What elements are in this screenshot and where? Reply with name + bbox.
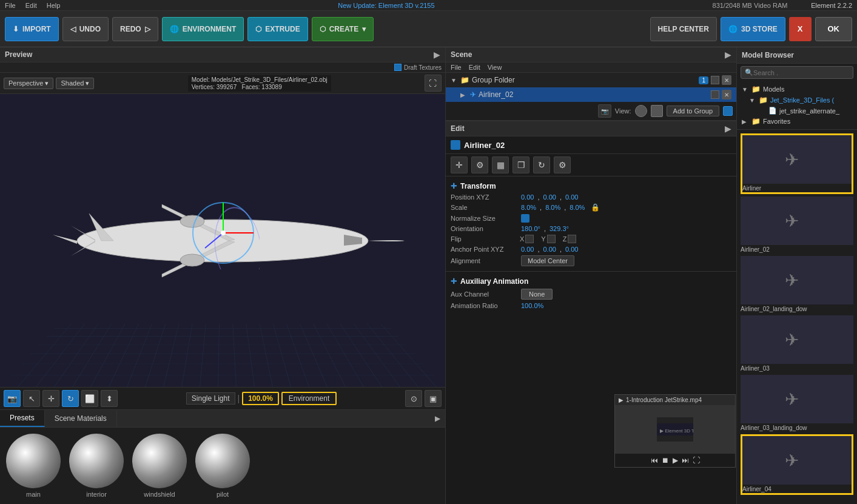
favorites-row[interactable]: ▶ 📁 Favorites <box>737 116 857 127</box>
normalize-checkbox[interactable] <box>521 214 529 223</box>
flip-y-checkbox[interactable] <box>547 235 556 243</box>
model-item-airliner03[interactable]: ✈ Airliner_03 <box>741 315 853 372</box>
group-close-icon[interactable]: ✕ <box>722 75 731 85</box>
airliner-close-icon[interactable]: ✕ <box>722 90 731 99</box>
jet-strike-row[interactable]: ▼ 📁 Jet_Strike_3D_Files ( <box>737 95 857 106</box>
fullscreen-button[interactable]: ⛶ <box>425 75 442 92</box>
edit-rotate-tool[interactable]: ↻ <box>533 156 550 173</box>
store-button[interactable]: 🌐 3D STORE <box>721 17 785 41</box>
edit-expand-icon[interactable]: ▶ <box>725 124 731 133</box>
scale-z[interactable]: 8.0% <box>570 204 585 211</box>
menu-edit[interactable]: Edit <box>25 2 37 9</box>
models-root-row[interactable]: ▼ 📁 Models <box>737 84 857 95</box>
ok-button[interactable]: OK <box>815 17 853 41</box>
select-button[interactable]: ↖ <box>23 390 40 407</box>
alignment-button[interactable]: Model Center <box>521 255 574 266</box>
airliner-visibility-icon[interactable] <box>711 90 719 99</box>
anchor-y[interactable]: 0.00 <box>543 246 556 253</box>
video-forward-button[interactable]: ⏭ <box>682 456 689 465</box>
render-button[interactable]: ▣ <box>425 390 442 407</box>
preset-pilot[interactable]: pilot <box>195 434 250 498</box>
add-to-group-button[interactable]: Add to Group <box>667 106 719 116</box>
rotate-button[interactable]: ↻ <box>62 390 79 407</box>
target-button[interactable]: ⊙ <box>405 390 422 407</box>
model-item-airliner[interactable]: ✈ Airliner <box>741 133 853 194</box>
extrude-button[interactable]: ⬡ EXTRUDE <box>247 17 308 41</box>
import-button[interactable]: ⬇ IMPORT <box>5 17 59 41</box>
scale-button[interactable]: ⬍ <box>101 390 118 407</box>
edit-position-tool[interactable]: ✛ <box>451 156 468 173</box>
box-button[interactable]: ⬜ <box>81 390 98 407</box>
draft-textures-checkbox[interactable] <box>394 64 402 71</box>
aux-channel-button[interactable]: None <box>521 289 553 300</box>
video-popup: ▶ 1-Introduction JetStrike.mp4 ▶ Element… <box>614 394 736 468</box>
scene-camera-button[interactable]: 📷 <box>598 104 611 118</box>
position-x[interactable]: 0.00 <box>521 193 534 201</box>
view-square-button[interactable] <box>651 105 663 117</box>
view-circle-button[interactable] <box>635 105 647 117</box>
presets-tab[interactable]: Presets <box>0 410 45 427</box>
position-row: Position XYZ 0.00 , 0.00 , 0.00 <box>451 192 731 202</box>
flip-x-checkbox[interactable] <box>525 235 534 243</box>
move-button[interactable]: ✛ <box>42 390 59 407</box>
edit-grid-tool[interactable]: ▦ <box>492 156 509 173</box>
scene-expand-icon[interactable]: ▶ <box>725 50 731 59</box>
model-item-airliner02[interactable]: ✈ Airliner_02 <box>741 197 853 254</box>
flip-z-checkbox[interactable] <box>568 235 576 243</box>
video-fullscreen-button[interactable]: ⛶ <box>693 456 700 465</box>
menu-help[interactable]: Help <box>47 2 61 9</box>
undo-button[interactable]: ◁ UNDO <box>62 17 109 41</box>
preset-interior[interactable]: interior <box>69 434 124 498</box>
zoom-percent[interactable]: 100.0% <box>242 392 279 405</box>
edit-settings-tool[interactable]: ⚙ <box>471 156 488 173</box>
scale-lock-icon[interactable]: 🔒 <box>591 203 600 212</box>
close-button[interactable]: X <box>789 17 812 41</box>
airliner-row[interactable]: ▶ ✈ Airliner_02 ✕ <box>446 87 736 102</box>
scene-edit-menu[interactable]: Edit <box>469 64 480 71</box>
create-button[interactable]: ⬡ CREATE ▾ <box>312 17 374 41</box>
shaded-dropdown[interactable]: Shaded ▾ <box>56 78 94 89</box>
environment-button[interactable]: 🌐 ENVIRONMENT <box>162 17 244 41</box>
video-rewind-button[interactable]: ⏮ <box>651 456 658 465</box>
scene-file-menu[interactable]: File <box>451 64 462 71</box>
add-to-group-check[interactable] <box>723 106 733 116</box>
edit-gear-tool[interactable]: ⚙ <box>554 156 571 173</box>
position-y[interactable]: 0.00 <box>543 193 556 201</box>
faces-label: Faces: <box>242 84 260 90</box>
video-play-button[interactable]: ▶ <box>673 456 678 465</box>
anchor-x[interactable]: 0.00 <box>521 246 534 253</box>
help-center-button[interactable]: HELP CENTER <box>650 17 717 41</box>
scale-x[interactable]: 8.0% <box>521 204 536 211</box>
video-stop-button[interactable]: ⏹ <box>662 456 669 465</box>
group-visibility-icon[interactable] <box>711 76 719 84</box>
search-input[interactable] <box>753 69 849 76</box>
menu-file[interactable]: File <box>5 2 16 9</box>
presets-expand-icon[interactable]: ▶ <box>430 412 445 425</box>
preset-windshield[interactable]: windshield <box>132 434 187 498</box>
anchor-z[interactable]: 0.00 <box>565 246 578 253</box>
position-z[interactable]: 0.00 <box>565 193 578 201</box>
environment-label[interactable]: Environment <box>281 392 337 405</box>
model-label-airliner03: Airliner_03 <box>741 364 770 373</box>
group-folder-row[interactable]: ▼ 📁 Group Folder 1 ✕ <box>446 73 736 87</box>
scene-view-menu[interactable]: View <box>488 64 502 71</box>
scene-materials-tab[interactable]: Scene Materials <box>45 411 117 426</box>
model-item-airliner02-landing[interactable]: ✈ Airliner_02_landing_dow <box>741 256 853 313</box>
preset-main[interactable]: main <box>6 434 61 498</box>
model-item-airliner03-landing[interactable]: ✈ Airliner_03_landing_dow <box>741 375 853 432</box>
perspective-dropdown[interactable]: Perspective ▾ <box>4 78 53 89</box>
svg-text:▶ Element 3D Tutorial: ▶ Element 3D Tutorial <box>660 428 693 434</box>
transform-section-title[interactable]: ✛ Transform <box>451 180 731 192</box>
aux-section-title[interactable]: ✛ Auxiliary Animation <box>451 275 731 287</box>
camera-view-button[interactable]: 📷 <box>4 390 21 407</box>
redo-button[interactable]: REDO ▷ <box>112 17 158 41</box>
edit-copy-tool[interactable]: ❐ <box>513 156 529 173</box>
alternate-row[interactable]: 📄 jet_strike_alternate_ <box>737 106 857 116</box>
anim-ratio-value[interactable]: 100.0% <box>521 302 543 309</box>
preview-expand-icon[interactable]: ▶ <box>434 50 440 59</box>
model-item-airliner04[interactable]: ✈ Airliner_04 <box>741 434 853 495</box>
orientation-x[interactable]: 180.0° <box>521 225 540 232</box>
scale-y[interactable]: 8.0% <box>545 204 560 211</box>
orientation-y[interactable]: 329.3° <box>549 225 569 232</box>
single-light-label[interactable]: Single Light <box>186 392 235 405</box>
